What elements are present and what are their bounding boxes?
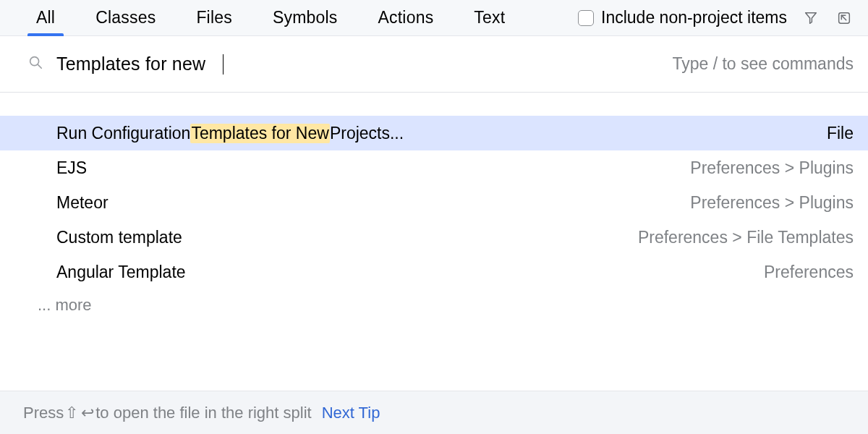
filter-icon[interactable] (801, 9, 820, 27)
search-input-wrap (56, 54, 658, 75)
result-text-post: Projects... (330, 124, 404, 143)
result-text-match: Templates for New (190, 124, 329, 143)
tab-actions[interactable]: Actions (370, 0, 443, 35)
result-row[interactable]: Angular Template Preferences (0, 255, 868, 289)
checkbox-box-icon (578, 10, 594, 26)
pin-icon[interactable] (835, 9, 854, 27)
result-location: Preferences > File Templates (638, 228, 854, 247)
header-right-controls: Include non-project items (578, 8, 854, 27)
footer-rest: to open the file in the right split (95, 404, 311, 422)
tab-files[interactable]: Files (187, 0, 241, 35)
result-row[interactable]: Run Configuration Templates for New Proj… (0, 116, 868, 150)
result-text-pre: Custom template (56, 228, 182, 247)
result-text-pre: Angular Template (56, 263, 186, 282)
search-hint: Type / to see commands (672, 54, 854, 74)
result-text-pre: EJS (56, 158, 87, 178)
result-location: Preferences > Plugins (690, 193, 854, 213)
svg-point-2 (30, 57, 39, 66)
result-label: Angular Template (56, 263, 764, 282)
result-text-pre: Meteor (56, 193, 109, 213)
result-row[interactable]: Custom template Preferences > File Templ… (0, 220, 868, 255)
svg-line-1 (841, 15, 846, 20)
shift-key-icon: ⇧ (65, 404, 78, 422)
result-label: Meteor (56, 193, 690, 213)
footer-press: Press (23, 404, 64, 422)
tab-all[interactable]: All (27, 0, 64, 35)
include-non-project-checkbox[interactable]: Include non-project items (578, 8, 787, 27)
tab-classes[interactable]: Classes (87, 0, 164, 35)
svg-line-3 (38, 65, 42, 69)
result-row[interactable]: Meteor Preferences > Plugins (0, 185, 868, 220)
footer-hint: Press ⇧ ↩ to open the file in the right … (0, 391, 868, 434)
search-input[interactable] (56, 54, 658, 75)
result-location: File (827, 124, 854, 143)
result-location: Preferences > Plugins (690, 158, 854, 178)
search-tabs: All Classes Files Symbols Actions Text (27, 0, 514, 35)
next-tip-link[interactable]: Next Tip (322, 404, 380, 422)
include-non-project-label: Include non-project items (601, 8, 787, 27)
result-label: EJS (56, 158, 690, 178)
enter-key-icon: ↩ (81, 404, 94, 422)
tab-symbols[interactable]: Symbols (264, 0, 346, 35)
tab-text[interactable]: Text (465, 0, 514, 35)
text-caret (223, 54, 224, 75)
more-results-link[interactable]: ... more (0, 289, 868, 321)
result-label: Run Configuration Templates for New Proj… (56, 124, 827, 143)
search-icon (27, 54, 43, 75)
result-label: Custom template (56, 228, 638, 247)
results-list: Run Configuration Templates for New Proj… (0, 116, 868, 321)
result-text-pre: Run Configuration (56, 124, 190, 143)
results-top-gap (0, 93, 868, 116)
search-row: Type / to see commands (0, 36, 868, 93)
result-location: Preferences (764, 263, 854, 282)
result-row[interactable]: EJS Preferences > Plugins (0, 150, 868, 185)
search-everywhere-header: All Classes Files Symbols Actions Text I… (0, 0, 868, 36)
